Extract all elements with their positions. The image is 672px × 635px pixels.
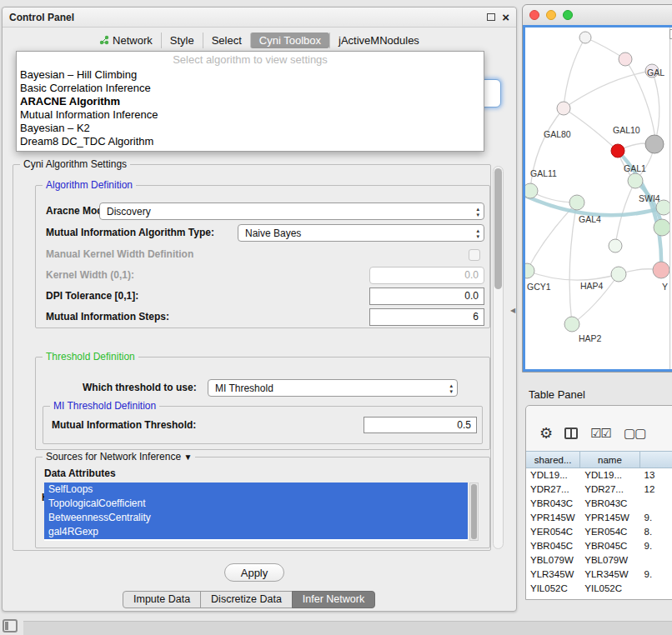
table-cell xyxy=(640,582,672,596)
attribute-item-gal4rgexp[interactable]: gal4RGexp xyxy=(44,525,468,539)
table-cell: YDR27... xyxy=(580,482,639,497)
algorithm-definition-title: Algorithm Definition xyxy=(43,179,136,191)
graph-node[interactable] xyxy=(609,239,622,252)
close-traffic-light-icon[interactable] xyxy=(529,10,539,20)
combo-arrows-icon: ▴▾ xyxy=(449,382,453,394)
splitter-collapse-icon[interactable]: ◀ xyxy=(510,307,515,314)
table-cell: YER054C xyxy=(526,525,580,539)
dpi-tolerance-field[interactable]: 0.0 xyxy=(369,288,484,305)
table-row[interactable]: YDR27...YDR27...12 xyxy=(526,482,672,497)
network-canvas[interactable]: GALGAL80GAL10GAL11GAL1SWI4GAL4GCY1HAP4YH… xyxy=(523,25,672,372)
which-threshold-select[interactable]: MI Threshold ▴▾ xyxy=(208,379,458,397)
collapse-arrow-icon: ▼ xyxy=(183,452,192,462)
zoom-traffic-light-icon[interactable] xyxy=(563,10,573,20)
columns-icon[interactable] xyxy=(564,428,578,439)
graph-node[interactable] xyxy=(645,135,664,153)
algorithm-option-dream8-dc-tdc-algorithm[interactable]: Dream8 DC_TDC Algorithm xyxy=(17,135,484,148)
algorithm-option-aracne-algorithm[interactable]: ARACNE Algorithm xyxy=(17,95,484,108)
graph-node[interactable] xyxy=(628,173,643,188)
graph-edge xyxy=(569,202,577,324)
graph-node[interactable] xyxy=(611,267,626,282)
graph-node[interactable] xyxy=(525,183,538,198)
table-panel-title: Table Panel xyxy=(529,388,585,401)
float-window-icon[interactable] xyxy=(487,13,495,21)
minimize-traffic-light-icon[interactable] xyxy=(546,10,556,20)
mi-type-select[interactable]: Naive Bayes ▴▾ xyxy=(238,224,484,242)
combo-arrows-icon: ▴▾ xyxy=(476,228,479,239)
bottom-tab-discretize-data[interactable]: Discretize Data xyxy=(200,591,293,608)
table-row[interactable]: YDL19...YDL19...13 xyxy=(526,468,672,482)
graph-node[interactable] xyxy=(653,262,669,278)
tab-jactivemnodules[interactable]: jActiveMNodules xyxy=(329,32,428,48)
graph-node-label: GCY1 xyxy=(527,282,551,292)
algorithm-option-mutual-information-inference[interactable]: Mutual Information Inference xyxy=(17,108,484,122)
network-graph[interactable]: GALGAL80GAL10GAL11GAL1SWI4GAL4GCY1HAP4YH… xyxy=(525,28,672,371)
graph-node[interactable] xyxy=(525,263,534,278)
table-row[interactable]: YBR045CYBR045C9. xyxy=(526,539,672,553)
tab-label: Cyni Toolbox xyxy=(259,34,321,47)
algorithm-list: Bayesian – Hill ClimbingBasic Correlatio… xyxy=(17,68,484,148)
cyni-settings-group: Cyni Algorithm Settings Algorithm Defini… xyxy=(13,164,491,551)
algorithm-option-bayesian-k2[interactable]: Bayesian – K2 xyxy=(17,122,484,135)
panel-toggle-icon[interactable] xyxy=(3,619,18,632)
table-cell: YPR145W xyxy=(526,511,580,525)
graph-node[interactable] xyxy=(564,317,579,332)
settings-scrollbar-thumb[interactable] xyxy=(494,168,502,289)
network-icon xyxy=(99,35,109,45)
table-cell xyxy=(640,497,672,511)
table-cell xyxy=(640,553,672,568)
column-header-1[interactable]: name xyxy=(580,451,639,468)
tab-select[interactable]: Select xyxy=(203,32,250,48)
table-row[interactable]: YBL079WYBL079W xyxy=(526,553,672,568)
network-window-titlebar[interactable] xyxy=(523,5,672,25)
mi-threshold-group-title: MI Threshold Definition xyxy=(50,400,159,412)
select-all-icon[interactable]: ☑☑ xyxy=(590,426,611,441)
attribute-item-topologicalcoefficient[interactable]: TopologicalCoefficient xyxy=(44,497,468,511)
graph-node-label: SWI4 xyxy=(639,193,660,203)
tab-label: jActiveMNodules xyxy=(339,34,419,47)
graph-node[interactable] xyxy=(557,102,570,115)
aracne-mode-select[interactable]: Discovery ▴▾ xyxy=(99,202,484,220)
bottom-tab-infer-network[interactable]: Infer Network xyxy=(292,591,375,608)
graph-edge xyxy=(564,108,618,151)
graph-node[interactable] xyxy=(611,144,624,158)
settings-scrollbar[interactable] xyxy=(493,166,504,549)
attribute-item-betweennesscentrality[interactable]: BetweennessCentrality xyxy=(44,511,468,525)
combo-arrows-icon: ▴▾ xyxy=(476,206,479,218)
graph-node[interactable] xyxy=(569,195,584,210)
apply-button[interactable]: Apply xyxy=(224,563,284,582)
mi-steps-field[interactable]: 6 xyxy=(369,308,484,326)
tab-network[interactable]: Network xyxy=(91,32,161,48)
network-view-window: GALGAL80GAL10GAL11GAL1SWI4GAL4GCY1HAP4YH… xyxy=(522,4,672,372)
table-row[interactable]: YER054CYER054C8. xyxy=(526,525,672,539)
table-cell: 13 xyxy=(640,468,672,482)
control-panel-titlebar[interactable]: Control Panel × xyxy=(3,8,516,28)
table-cell: YIL052C xyxy=(580,582,639,596)
algorithm-option-bayesian-hill-climbing[interactable]: Bayesian – Hill Climbing xyxy=(17,68,484,82)
mi-threshold-field[interactable]: 0.5 xyxy=(364,417,477,433)
manual-kernel-checkbox[interactable] xyxy=(469,249,480,261)
deselect-all-icon[interactable]: ▢▢ xyxy=(624,426,645,441)
table-row[interactable]: YIL052CYIL052C xyxy=(526,582,672,596)
data-attributes-list[interactable]: SelfLoopsTopologicalCoefficientBetweenne… xyxy=(44,482,468,541)
tab-style[interactable]: Style xyxy=(161,32,203,48)
table-cell: YBR045C xyxy=(580,539,639,553)
tab-label: Network xyxy=(113,34,153,47)
graph-node[interactable] xyxy=(654,219,670,236)
column-header-0[interactable]: shared... xyxy=(526,451,580,468)
tab-cyni-toolbox[interactable]: Cyni Toolbox xyxy=(250,32,329,48)
table-row[interactable]: YBR043CYBR043C xyxy=(526,497,672,511)
close-window-icon[interactable]: × xyxy=(502,12,509,23)
column-header-2[interactable] xyxy=(640,451,672,468)
sources-group-title[interactable]: Sources for Network Inference ▼ xyxy=(43,451,195,462)
graph-node[interactable] xyxy=(619,52,632,66)
bottom-tab-impute-data[interactable]: Impute Data xyxy=(123,591,201,608)
top-tabs: NetworkStyleSelectCyni ToolboxjActiveMNo… xyxy=(3,31,516,49)
graph-node[interactable] xyxy=(579,32,591,43)
attribute-item-selfloops[interactable]: SelfLoops xyxy=(44,482,468,497)
table-row[interactable]: YLR345WYLR345W9. xyxy=(526,568,672,582)
algorithm-option-basic-correlation-inference[interactable]: Basic Correlation Inference xyxy=(17,82,484,95)
gear-icon[interactable]: ⚙ xyxy=(539,424,552,442)
attributes-scrollbar[interactable] xyxy=(469,482,479,541)
table-row[interactable]: YPR145WYPR145W9. xyxy=(526,511,672,525)
